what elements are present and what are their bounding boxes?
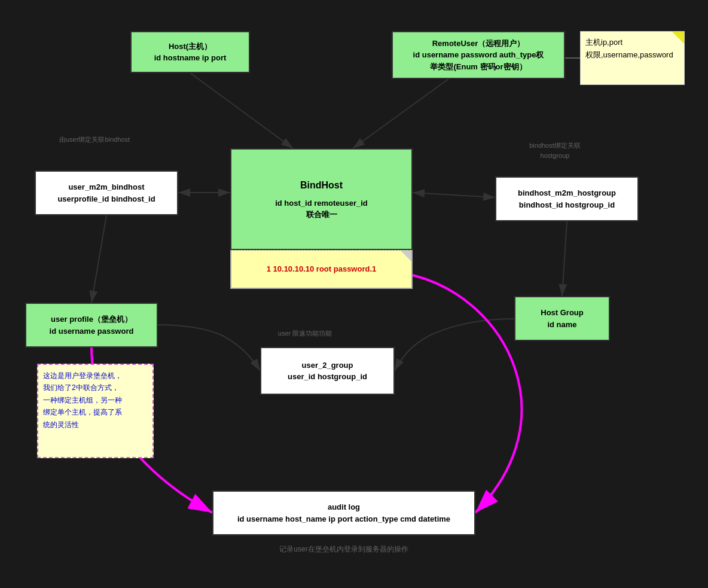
host-group-box: Host Groupid name: [514, 296, 610, 341]
bindhost-data-label: 1 10.10.10.10 root password.1: [267, 263, 377, 275]
user-m2m-bindhost-box: user_m2m_bindhostuserprofile_id bindhost…: [35, 170, 178, 215]
bindhost-m2m-label: bindhost_m2m_hostgroupbindhost_id hostgr…: [518, 187, 616, 211]
bottom-left-note-text: 这边是用户登录堡垒机，我们给了2中联合方式，一种绑定主机组，另一种绑定单个主机，…: [43, 371, 122, 429]
audit-log-box: audit logid username host_name ip port a…: [212, 490, 475, 535]
svg-line-4: [190, 73, 293, 148]
user-2-group-box: user_2_groupuser_id hostgroup_id: [260, 347, 395, 395]
svg-line-9: [562, 221, 567, 296]
svg-line-8: [413, 193, 495, 197]
user-2-group-label: user_2_groupuser_id hostgroup_id: [288, 359, 367, 383]
bindhost-m2m-hostgroup-box: bindhost_m2m_hostgroupbindhost_id hostgr…: [495, 176, 639, 221]
bindhost-box: BindHost id host_id remoteuser_id联合唯一: [230, 148, 413, 250]
user-group-label-caption: user 限速功能功能: [239, 329, 371, 338]
audit-log-label: audit logid username host_name ip port a…: [237, 501, 450, 525]
remote-user-label: RemoteUser（远程用户）id username password aut…: [413, 38, 544, 73]
bindhost-data-box: 1 10.10.10.10 root password.1: [230, 250, 413, 289]
user-profile-label: user profile（堡垒机）id username password: [50, 313, 134, 337]
host-label: Host(主机） id hostname ip port: [154, 41, 227, 64]
bindhost-m2m-label-caption: bindhost绑定关联hostgroup: [495, 141, 615, 160]
host-box: Host(主机） id hostname ip port: [130, 31, 250, 73]
user-profile-box: user profile（堡垒机）id username password: [25, 303, 158, 348]
top-right-note: 主机ip,port权限,username,password: [580, 31, 685, 85]
bindhost-title: BindHost: [300, 178, 343, 193]
audit-caption: 记录user在堡垒机内登录到服务器的操作: [212, 544, 475, 555]
bottom-left-note: 这边是用户登录堡垒机，我们给了2中联合方式，一种绑定主机组，另一种绑定单个主机，…: [37, 364, 154, 458]
user-m2m-label-caption: 由user绑定关联bindhost: [35, 135, 154, 144]
user-m2m-label: user_m2m_bindhostuserprofile_id bindhost…: [57, 181, 155, 205]
svg-line-7: [91, 215, 106, 303]
remote-user-box: RemoteUser（远程用户）id username password aut…: [392, 31, 565, 79]
host-group-label: Host Groupid name: [541, 307, 584, 330]
top-right-note-text: 主机ip,port权限,username,password: [585, 38, 673, 59]
bindhost-body: id host_id remoteuser_id联合唯一: [275, 197, 368, 221]
svg-line-5: [353, 79, 448, 148]
